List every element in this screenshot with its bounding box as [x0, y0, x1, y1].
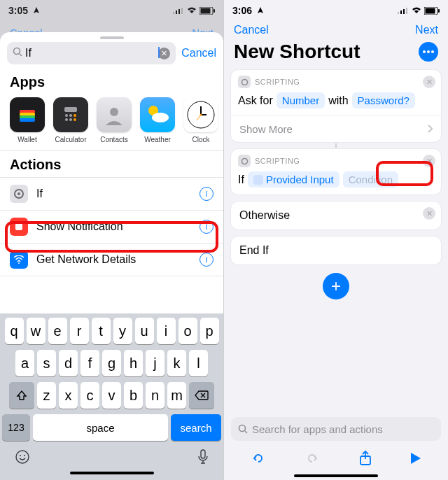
- app-clock[interactable]: Clock: [183, 97, 218, 143]
- share-button[interactable]: [359, 451, 372, 469]
- left-screenshot: 3:05 Cancel Next If ✕ Cancel Ap: [0, 0, 224, 480]
- action-card-if[interactable]: ✕ SCRIPTING If Provided Input Condition: [231, 149, 441, 195]
- key-r[interactable]: r: [70, 318, 89, 344]
- sheet-handle[interactable]: [100, 36, 124, 39]
- redo-button[interactable]: [304, 451, 320, 469]
- key-i[interactable]: i: [157, 318, 176, 344]
- key-y[interactable]: y: [113, 318, 132, 344]
- clear-icon[interactable]: ✕: [158, 48, 170, 59]
- svg-point-46: [241, 79, 247, 85]
- apps-row: Wallet Calculator Contacts Weather: [0, 94, 223, 150]
- more-button[interactable]: [419, 42, 438, 62]
- battery-icon: [424, 7, 440, 15]
- close-icon[interactable]: ✕: [423, 76, 435, 88]
- app-weather[interactable]: Weather: [140, 97, 175, 143]
- toolbar: [224, 445, 448, 470]
- app-calculator[interactable]: Calculator: [53, 97, 88, 143]
- add-action-button[interactable]: +: [323, 273, 349, 299]
- key-b[interactable]: b: [124, 382, 143, 409]
- key-v[interactable]: v: [102, 382, 121, 409]
- key-h[interactable]: h: [124, 350, 143, 376]
- key-c[interactable]: c: [80, 382, 99, 409]
- right-screenshot: 3:06 Cancel Next New Shortcut ✕ SCRIPTIN…: [224, 0, 448, 480]
- actions-list: If i Show Notification i Get Network Det…: [0, 177, 223, 276]
- token-number[interactable]: Number: [276, 92, 325, 108]
- keyboard-row-4: 123 space search: [2, 414, 221, 441]
- cancel-button[interactable]: Cancel: [181, 47, 216, 59]
- cancel-button[interactable]: Cancel: [234, 24, 269, 36]
- svg-point-17: [65, 118, 68, 121]
- location-icon: [257, 7, 264, 14]
- key-f[interactable]: f: [80, 350, 99, 376]
- action-card-ask[interactable]: ✕ SCRIPTING Ask for Number with Password…: [231, 70, 441, 142]
- svg-rect-13: [64, 107, 77, 112]
- token-password[interactable]: Password?: [352, 92, 415, 108]
- svg-point-34: [24, 455, 25, 456]
- keyboard-row-3: z x c v b n m: [2, 382, 221, 409]
- backspace-key[interactable]: [189, 382, 214, 409]
- svg-point-22: [152, 113, 169, 122]
- mic-key[interactable]: [197, 449, 209, 467]
- key-w[interactable]: w: [27, 318, 46, 344]
- close-icon[interactable]: ✕: [423, 155, 435, 167]
- svg-point-16: [74, 114, 76, 117]
- key-s[interactable]: s: [37, 350, 56, 376]
- action-if[interactable]: If i: [0, 178, 223, 211]
- info-icon[interactable]: i: [200, 187, 214, 201]
- search-key[interactable]: search: [171, 414, 221, 441]
- search-field[interactable]: Search for apps and actions: [231, 417, 441, 441]
- key-u[interactable]: u: [135, 318, 154, 344]
- space-key[interactable]: space: [33, 414, 168, 441]
- key-m[interactable]: m: [167, 382, 186, 409]
- key-o[interactable]: o: [178, 318, 197, 344]
- svg-point-47: [241, 158, 247, 164]
- action-card-otherwise[interactable]: ✕ Otherwise: [231, 202, 441, 230]
- keyboard-row-1: q w e r t y u i o p: [2, 318, 221, 344]
- action-show-notification[interactable]: Show Notification i: [0, 211, 223, 243]
- svg-point-29: [18, 192, 20, 195]
- action-network-details[interactable]: Get Network Details i: [0, 243, 223, 276]
- app-wallet[interactable]: Wallet: [10, 97, 45, 143]
- search-input[interactable]: If ✕: [7, 42, 176, 64]
- token-provided-input[interactable]: Provided Input: [248, 171, 340, 188]
- key-d[interactable]: d: [59, 350, 78, 376]
- keyboard-footer: [2, 446, 221, 467]
- shift-key[interactable]: [9, 382, 34, 409]
- app-contacts[interactable]: Contacts: [97, 97, 132, 143]
- info-icon[interactable]: i: [200, 253, 214, 267]
- key-a[interactable]: a: [15, 350, 34, 376]
- keyboard: q w e r t y u i o p a s d f g h j k l: [0, 313, 223, 480]
- key-e[interactable]: e: [48, 318, 67, 344]
- show-more[interactable]: Show More: [231, 115, 441, 142]
- svg-rect-41: [426, 8, 435, 13]
- info-icon[interactable]: i: [200, 220, 214, 234]
- apps-heading: Apps: [0, 70, 223, 94]
- key-z[interactable]: z: [37, 382, 56, 409]
- key-j[interactable]: j: [146, 350, 164, 376]
- svg-point-20: [110, 108, 118, 116]
- action-card-endif[interactable]: End If: [231, 237, 441, 264]
- home-indicator[interactable]: [70, 472, 154, 474]
- undo-button[interactable]: [251, 451, 266, 469]
- numbers-key[interactable]: 123: [2, 414, 30, 441]
- search-icon: [13, 47, 22, 59]
- key-g[interactable]: g: [102, 350, 121, 376]
- key-x[interactable]: x: [59, 382, 78, 409]
- key-p[interactable]: p: [200, 318, 219, 344]
- svg-point-15: [69, 114, 72, 117]
- home-indicator[interactable]: [294, 474, 378, 477]
- chevron-right-icon: [427, 123, 433, 135]
- wallet-icon: [10, 97, 45, 132]
- close-icon[interactable]: ✕: [423, 207, 435, 220]
- connector: [335, 143, 337, 148]
- key-t[interactable]: t: [92, 318, 111, 344]
- key-n[interactable]: n: [146, 382, 164, 409]
- gear-icon: [238, 155, 251, 167]
- run-button[interactable]: [410, 452, 421, 467]
- key-q[interactable]: q: [5, 318, 24, 344]
- next-button[interactable]: Next: [415, 24, 438, 36]
- token-condition[interactable]: Condition: [343, 171, 398, 188]
- key-k[interactable]: k: [167, 350, 186, 376]
- emoji-key[interactable]: [15, 449, 30, 467]
- key-l[interactable]: l: [189, 350, 208, 376]
